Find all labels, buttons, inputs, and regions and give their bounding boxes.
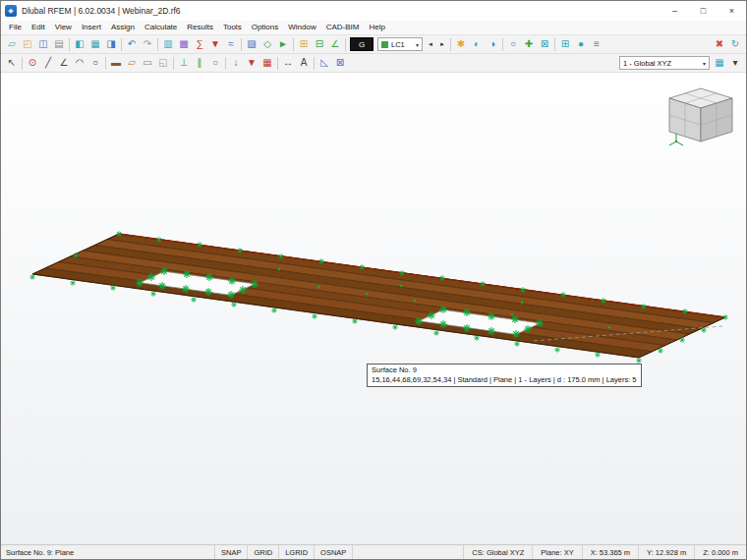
load-cases-icon[interactable]: ⊞ xyxy=(296,36,312,52)
toolbar2-right-icons: ▦▾ xyxy=(712,55,743,71)
loading-icon[interactable]: ▼ xyxy=(207,36,223,52)
redo-icon[interactable]: ↷ xyxy=(140,36,155,52)
menu-insert[interactable]: Insert xyxy=(77,21,106,34)
surface-load-icon[interactable]: ▦ xyxy=(259,55,275,71)
favorites-icon[interactable]: ✱ xyxy=(453,36,469,52)
nodal-load-icon[interactable]: ↓ xyxy=(228,55,244,71)
menu-window[interactable]: Window xyxy=(283,21,320,34)
new-solid-icon[interactable]: ◱ xyxy=(155,55,171,71)
user-account-icon[interactable]: ● xyxy=(573,36,589,52)
statusbar-toggle-lgrid[interactable]: LGRID xyxy=(279,545,315,559)
self-weight-toggle-button[interactable]: G xyxy=(350,37,374,51)
load-combinations-icon[interactable]: ⊟ xyxy=(312,36,327,52)
new-circle-icon[interactable]: ○ xyxy=(87,55,103,71)
results-icon[interactable]: ≈ xyxy=(223,36,239,52)
menu-edit[interactable]: Edit xyxy=(27,21,50,34)
statusbar-spacer xyxy=(353,545,463,559)
annotation-icon[interactable]: A xyxy=(296,55,312,71)
line-load-icon[interactable]: ▼ xyxy=(244,55,259,71)
menu-options[interactable]: Options xyxy=(247,21,284,34)
chevron-down-icon: ▾ xyxy=(700,60,706,67)
nodal-support-icon[interactable]: ⊥ xyxy=(176,55,192,71)
statusbar: Surface No. 9: Plane SNAPGRIDLGRIDOSNAP … xyxy=(1,544,746,559)
maximize-button[interactable]: □ xyxy=(689,1,718,21)
statusbar-coordinate-system[interactable]: CS: Global XYZ xyxy=(463,545,532,559)
menu-tools[interactable]: Tools xyxy=(218,21,247,34)
structure-model[interactable] xyxy=(30,232,728,364)
toolbar-separator xyxy=(121,38,122,51)
add-on-modules-icon[interactable]: ⊞ xyxy=(557,36,573,52)
model-canvas[interactable]: Surface No. 9 15,16,44,68,69,32,54,34 | … xyxy=(1,73,746,544)
clipping-planes-icon[interactable]: ⊠ xyxy=(332,55,348,71)
full-view-icon[interactable]: ⊠ xyxy=(537,36,552,52)
load-case-selector[interactable]: LC1 ▾ xyxy=(377,37,423,51)
model-view[interactable] xyxy=(1,73,746,544)
move-view-icon[interactable]: ✚ xyxy=(521,36,537,52)
toolbar-separator xyxy=(69,38,70,51)
self-weight-label: G xyxy=(359,40,365,49)
new-opening-icon[interactable]: ▭ xyxy=(140,55,155,71)
tables-icon[interactable]: ▦ xyxy=(87,36,103,52)
new-node-icon[interactable]: ⊙ xyxy=(25,55,40,71)
toolbar-separator xyxy=(450,38,451,51)
menu-results[interactable]: Results xyxy=(182,21,218,34)
next-load-case-button[interactable]: ► xyxy=(436,37,448,51)
display-panel-icon[interactable]: ▥ xyxy=(160,36,176,52)
statusbar-toggle-osnap[interactable]: OSNAP xyxy=(315,545,353,559)
visibility-icon[interactable]: ◑ xyxy=(485,36,500,52)
view-point-icon[interactable]: ◐ xyxy=(469,36,485,52)
animation-icon[interactable]: ► xyxy=(275,36,291,52)
new-line-icon[interactable]: ╱ xyxy=(40,55,56,71)
new-arc-icon[interactable]: ◠ xyxy=(72,55,87,71)
minimize-button[interactable]: – xyxy=(661,1,689,21)
section-icon[interactable]: ◺ xyxy=(316,55,332,71)
view-options-icon[interactable]: ▾ xyxy=(727,55,743,71)
statusbar-toggle-snap[interactable]: SNAP xyxy=(215,545,248,559)
window-controls: – □ × xyxy=(661,1,746,21)
copy-icon[interactable]: ◨ xyxy=(103,36,119,52)
print-icon[interactable]: ▤ xyxy=(51,36,67,52)
open-file-icon[interactable]: ◰ xyxy=(20,36,35,52)
regenerate-model-icon[interactable]: ↻ xyxy=(727,36,743,52)
calculate-all-icon[interactable]: ∑ xyxy=(192,36,207,52)
save-file-icon[interactable]: ◫ xyxy=(35,36,51,52)
result-diagrams-icon[interactable]: ▨ xyxy=(244,36,259,52)
statusbar-toggles: SNAPGRIDLGRIDOSNAP xyxy=(215,545,353,559)
select-pointer-icon[interactable]: ↖ xyxy=(4,55,20,71)
new-polyline-icon[interactable]: ∠ xyxy=(56,55,72,71)
menu-view[interactable]: View xyxy=(50,21,77,34)
toolbar1-right-icons: ✱◐◑○✚⊠⊞●≡✖↻ xyxy=(448,36,743,52)
close-results-icon[interactable]: ✖ xyxy=(712,36,727,52)
menu-assign[interactable]: Assign xyxy=(106,21,140,34)
menubar: FileEditViewInsertAssignCalculateResults… xyxy=(1,21,746,35)
menu-calculate[interactable]: Calculate xyxy=(140,21,182,34)
navigation-cube[interactable] xyxy=(669,88,732,145)
zoom-icon[interactable]: ○ xyxy=(505,36,521,52)
coordinate-system-selector[interactable]: 1 - Global XYZ ▾ xyxy=(619,56,710,70)
configuration-icon[interactable]: ≡ xyxy=(589,36,604,52)
line-support-icon[interactable]: ∥ xyxy=(192,55,207,71)
previous-load-case-button[interactable]: ◄ xyxy=(425,37,436,51)
statusbar-y-coordinate: Y: 12.928 m xyxy=(638,545,694,559)
imperfections-icon[interactable]: ∠ xyxy=(327,36,343,52)
statusbar-toggle-grid[interactable]: GRID xyxy=(248,545,279,559)
fe-mesh-icon[interactable]: ▩ xyxy=(176,36,192,52)
menu-file[interactable]: File xyxy=(4,21,27,34)
smooth-results-icon[interactable]: ◇ xyxy=(259,36,275,52)
toolbar-separator xyxy=(225,57,226,70)
new-member-icon[interactable]: ▬ xyxy=(108,55,124,71)
undo-icon[interactable]: ↶ xyxy=(124,36,140,52)
menu-help[interactable]: Help xyxy=(364,21,389,34)
toolbar-insert: ↖⊙╱∠◠○▬▱▭◱⊥∥○↓▼▦↔A◺⊠ 1 - Global XYZ ▾ ▦▾ xyxy=(1,54,746,73)
new-model-icon[interactable]: ▱ xyxy=(4,36,20,52)
project-navigator-icon[interactable]: ◧ xyxy=(72,36,87,52)
load-case-color-swatch xyxy=(381,41,388,48)
statusbar-work-plane[interactable]: Plane: XY xyxy=(532,545,581,559)
statusbar-z-coordinate: Z: 0.000 m xyxy=(694,545,746,559)
line-hinge-icon[interactable]: ○ xyxy=(207,55,223,71)
new-surface-icon[interactable]: ▱ xyxy=(124,55,140,71)
dimension-icon[interactable]: ↔ xyxy=(280,55,296,71)
menu-cad-bim[interactable]: CAD-BIM xyxy=(321,21,365,34)
render-mode-icon[interactable]: ▦ xyxy=(712,55,727,71)
close-button[interactable]: × xyxy=(718,1,746,21)
